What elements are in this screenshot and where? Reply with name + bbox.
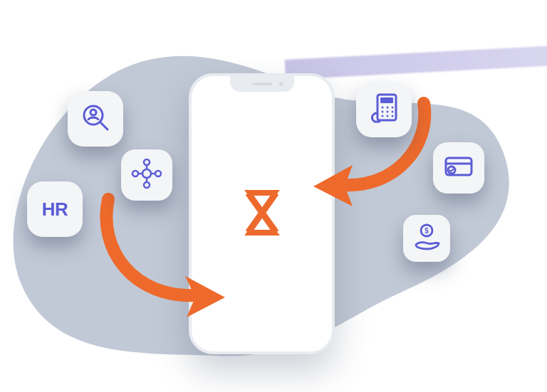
svg-line-1 — [100, 122, 108, 129]
svg-text:$: $ — [424, 227, 429, 235]
svg-point-6 — [132, 171, 138, 176]
svg-point-21 — [387, 115, 389, 117]
svg-rect-13 — [380, 97, 393, 103]
hourglass-logo-icon — [240, 187, 284, 241]
svg-point-16 — [392, 107, 394, 109]
tile-hr: HR — [27, 181, 83, 237]
svg-point-2 — [90, 110, 96, 115]
tile-card-check — [433, 142, 484, 194]
people-network-icon — [131, 158, 162, 192]
tile-people-network — [121, 149, 172, 201]
svg-point-15 — [387, 107, 389, 109]
svg-point-19 — [392, 111, 394, 113]
calculator-icon — [368, 92, 400, 127]
svg-point-20 — [382, 115, 384, 117]
tile-search-person — [68, 91, 123, 147]
tile-money-hand: $ — [403, 215, 450, 262]
card-check-icon — [443, 154, 474, 182]
svg-point-7 — [155, 171, 161, 176]
svg-point-18 — [387, 111, 389, 113]
svg-point-3 — [142, 169, 151, 178]
svg-point-22 — [392, 115, 394, 117]
svg-point-14 — [382, 107, 384, 109]
svg-point-4 — [144, 159, 150, 165]
svg-point-17 — [382, 111, 384, 113]
tile-calculator — [356, 82, 412, 137]
arrow-left-icon — [94, 192, 229, 320]
money-hand-icon: $ — [412, 222, 442, 255]
hr-label: HR — [42, 198, 68, 221]
phone-camera — [279, 82, 283, 86]
svg-point-5 — [144, 182, 150, 188]
hero-integration-graphic: HR — [0, 0, 547, 392]
search-person-icon — [80, 102, 110, 135]
phone-speaker — [252, 83, 272, 85]
